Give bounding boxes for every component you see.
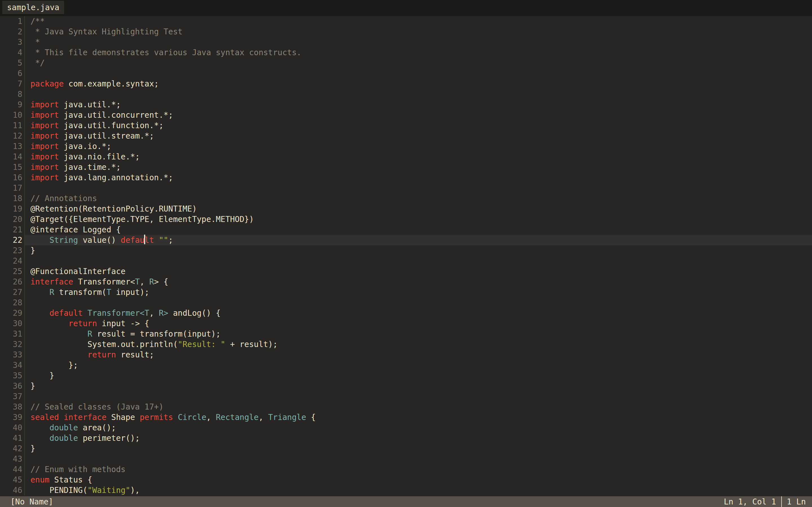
code-line[interactable]: 38// Sealed classes (Java 17+)	[0, 402, 812, 412]
code-line[interactable]: 23}	[0, 245, 812, 256]
line-number: 31	[0, 329, 25, 339]
code-token: double	[49, 434, 78, 443]
code-text: enum Status {	[25, 474, 812, 485]
code-line[interactable]: 37	[0, 391, 812, 402]
code-line[interactable]: 27 R transform(T input);	[0, 287, 812, 297]
line-number: 16	[0, 172, 25, 183]
tab-sample-java[interactable]: sample.java	[2, 1, 64, 14]
code-text: import java.io.*;	[25, 141, 812, 152]
code-token: import	[31, 110, 59, 120]
code-line[interactable]: 35 }	[0, 371, 812, 381]
code-line[interactable]: 28	[0, 297, 812, 308]
code-token	[154, 235, 159, 245]
code-line[interactable]: 13import java.io.*;	[0, 141, 812, 152]
line-number: 36	[0, 381, 25, 391]
code-line[interactable]: 17	[0, 183, 812, 193]
code-token: import	[31, 152, 59, 161]
code-line[interactable]: 40 double area();	[0, 422, 812, 433]
code-line[interactable]: 25@FunctionalInterface	[0, 266, 812, 277]
code-line[interactable]: 5 */	[0, 58, 812, 68]
code-line[interactable]: 11import java.util.function.*;	[0, 120, 812, 131]
code-line[interactable]: 39sealed interface Shape permits Circle,…	[0, 412, 812, 422]
code-line[interactable]: 43	[0, 454, 812, 464]
code-token: return	[68, 319, 97, 328]
code-token: // Annotations	[31, 194, 97, 203]
code-line[interactable]: 10import java.util.concurrent.*;	[0, 110, 812, 120]
code-line[interactable]: 31 R result = transform(input);	[0, 329, 812, 339]
code-token: ),	[130, 486, 140, 495]
code-line[interactable]: 20@Target({ElementType.TYPE, ElementType…	[0, 214, 812, 224]
code-line[interactable]: 34 };	[0, 360, 812, 371]
code-line[interactable]: 36}	[0, 381, 812, 391]
code-line[interactable]: 44// Enum with methods	[0, 464, 812, 474]
line-number: 40	[0, 422, 25, 433]
line-number: 12	[0, 131, 25, 141]
line-number: 18	[0, 193, 25, 204]
code-line[interactable]: 45enum Status {	[0, 474, 812, 485]
code-text: R result = transform(input);	[25, 329, 812, 339]
code-text: System.out.println("Result: " + result);	[25, 339, 812, 349]
code-line[interactable]: 30 return input -> {	[0, 318, 812, 329]
code-line[interactable]: 32 System.out.println("Result: " + resul…	[0, 339, 812, 349]
code-line[interactable]: 9import java.util.*;	[0, 100, 812, 110]
code-token: java.nio.file.*;	[59, 152, 140, 161]
code-line[interactable]: 29 default Transformer<T, R> andLog() {	[0, 308, 812, 318]
line-number: 15	[0, 162, 25, 172]
code-line[interactable]: 2 * Java Syntax Highlighting Test	[0, 26, 812, 37]
editor[interactable]: 1/**2 * Java Syntax Highlighting Test3 *…	[0, 16, 812, 496]
line-number: 35	[0, 371, 25, 381]
code-line[interactable]: 18// Annotations	[0, 193, 812, 204]
code-line[interactable]: 8	[0, 89, 812, 100]
code-token: double	[49, 423, 78, 432]
code-token: ,	[149, 308, 159, 318]
code-line[interactable]: 14import java.nio.file.*;	[0, 152, 812, 162]
code-line[interactable]: 6	[0, 68, 812, 78]
code-line[interactable]: 4 * This file demonstrates various Java …	[0, 47, 812, 58]
line-number: 7	[0, 78, 25, 89]
code-line[interactable]: 15import java.time.*;	[0, 162, 812, 172]
line-number: 26	[0, 277, 25, 287]
code-line[interactable]: 12import java.util.stream.*;	[0, 131, 812, 141]
code-line[interactable]: 26interface Transformer<T, R> {	[0, 277, 812, 287]
code-line[interactable]: 1/**	[0, 16, 812, 26]
code-text: double area();	[25, 422, 812, 433]
line-number: 4	[0, 47, 25, 58]
code-token: T	[107, 288, 111, 297]
code-line[interactable]: 42}	[0, 443, 812, 454]
status-bar: [No Name] Ln 1, Col 1 1 Ln	[0, 496, 812, 507]
line-number: 23	[0, 245, 25, 256]
code-line[interactable]: 19@Retention(RetentionPolicy.RUNTIME)	[0, 204, 812, 214]
code-token: andLog() {	[168, 308, 220, 318]
code-token: System.out.println(	[31, 340, 178, 349]
code-token: * Java Syntax Highlighting Test	[31, 27, 183, 36]
code-token: com.example.syntax;	[64, 79, 159, 89]
code-line[interactable]: 3 *	[0, 37, 812, 47]
code-token: Shape	[107, 413, 140, 422]
code-text: import java.util.*;	[25, 100, 812, 110]
line-number: 5	[0, 58, 25, 68]
code-line[interactable]: 16import java.lang.annotation.*;	[0, 172, 812, 183]
code-token: java.util.stream.*;	[59, 131, 154, 140]
code-text: double perimeter();	[25, 433, 812, 443]
line-number: 22	[0, 235, 25, 245]
code-line[interactable]: 33 return result;	[0, 349, 812, 360]
code-text: R transform(T input);	[25, 287, 812, 297]
code-token: @Target({ElementType.TYPE, ElementType.M…	[31, 215, 254, 224]
code-line[interactable]: 41 double perimeter();	[0, 433, 812, 443]
code-token: java.lang.annotation.*;	[59, 173, 173, 182]
line-number: 37	[0, 391, 25, 402]
code-text: import java.time.*;	[25, 162, 812, 172]
code-text	[25, 297, 812, 308]
code-token	[59, 413, 64, 422]
code-line[interactable]: 7package com.example.syntax;	[0, 78, 812, 89]
active-code-line[interactable]: 22 String value() default "";	[0, 235, 812, 245]
code-token: default	[49, 308, 83, 318]
code-line[interactable]: 21@interface Logged {	[0, 224, 812, 235]
code-line[interactable]: 46 PENDING("Waiting"),	[0, 485, 812, 496]
code-token: java.util.function.*;	[59, 121, 163, 130]
code-token: input -> {	[97, 319, 149, 328]
code-line[interactable]: 24	[0, 256, 812, 266]
code-text: import java.nio.file.*;	[25, 152, 812, 162]
code-text: }	[25, 245, 812, 256]
code-token	[31, 288, 49, 297]
